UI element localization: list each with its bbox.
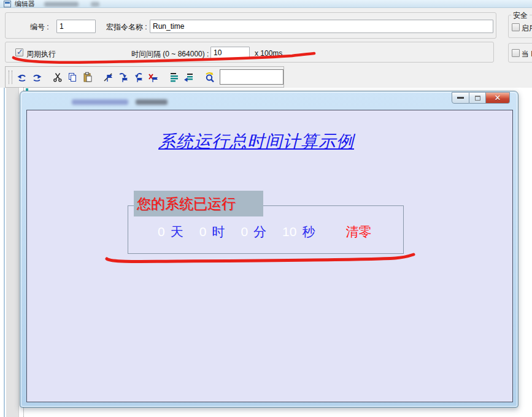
undo-icon[interactable]	[16, 71, 28, 83]
toolbar-gripper[interactable]	[9, 71, 10, 84]
minimize-icon	[457, 97, 464, 99]
maximize-button[interactable]	[469, 92, 486, 104]
number-input[interactable]	[56, 20, 96, 33]
enable-checkbox[interactable]	[512, 23, 520, 31]
interval-label: 时间间隔 (0 ~ 864000) :	[131, 49, 209, 59]
popup-window-controls: ✕	[452, 92, 510, 104]
window-titlebar: 编辑器	[0, 0, 532, 8]
macro-info-panel: 编号 : 宏指令名称 :	[5, 12, 496, 39]
outdent-icon[interactable]	[183, 71, 195, 83]
runtime-label: 您的系统已运行	[134, 191, 263, 216]
number-label: 编号 :	[30, 22, 49, 33]
security-group: 安全 启用	[508, 15, 532, 38]
next-bookmark-icon[interactable]	[117, 71, 129, 83]
seconds-value: 10	[282, 224, 296, 239]
window-edge	[4, 88, 5, 417]
when-checkbox[interactable]	[512, 49, 520, 57]
app-icon	[4, 1, 11, 7]
macro-name-label: 宏指令名称 :	[106, 22, 147, 33]
blurred-titlebar-text	[91, 2, 99, 7]
previous-bookmark-icon[interactable]	[132, 71, 144, 83]
blurred-titlebar-text	[44, 2, 79, 7]
preview-window: ✕ 系统运行总时间计算示例 0 天 0 时 0 分 10 秒 清零 您的系统已运…	[20, 91, 519, 408]
hours-unit: 时	[212, 223, 225, 240]
blurred-popup-title	[72, 99, 128, 105]
close-button[interactable]: ✕	[486, 92, 510, 104]
periodic-checkbox[interactable]	[15, 48, 23, 56]
close-icon: ✕	[495, 94, 501, 102]
period-panel: 周期执行 时间间隔 (0 ~ 864000) : x 100ms	[5, 42, 494, 63]
red-underline-annotation	[102, 253, 418, 269]
redo-icon[interactable]	[31, 71, 43, 83]
find-icon[interactable]	[203, 71, 215, 83]
demo-heading: 系统运行总时间计算示例	[13, 130, 499, 153]
editor-window: 编辑器 编号 : 宏指令名称 : 安全 启用 周期执行 时间间隔 (0 ~ 86…	[0, 0, 532, 417]
toolbar-gripper[interactable]	[12, 71, 13, 84]
when-label: 当 H	[522, 49, 532, 59]
macro-toolbar	[5, 66, 284, 88]
cut-icon[interactable]	[52, 71, 64, 83]
minutes-value: 0	[241, 224, 248, 239]
clear-button[interactable]: 清零	[345, 223, 371, 240]
days-unit: 天	[171, 223, 183, 240]
runtime-counter: 0 天 0 时 0 分 10 秒 清零	[158, 223, 371, 240]
hours-value: 0	[199, 224, 207, 239]
periodic-label: 周期执行	[26, 49, 56, 59]
interval-unit-label: x 100ms	[255, 49, 282, 58]
copy-icon[interactable]	[66, 71, 79, 83]
blurred-popup-title	[136, 99, 168, 105]
preview-canvas: 系统运行总时间计算示例 0 天 0 时 0 分 10 秒 清零 您的系统已运行	[26, 110, 513, 402]
seconds-unit: 秒	[302, 223, 315, 240]
enable-label: 启用	[522, 23, 532, 34]
minimize-button[interactable]	[452, 92, 469, 104]
days-value: 0	[158, 224, 165, 239]
toggle-bookmark-icon[interactable]	[102, 71, 114, 83]
interval-input[interactable]	[210, 47, 250, 59]
indent-icon[interactable]	[168, 71, 180, 83]
clear-bookmarks-icon[interactable]	[147, 71, 160, 83]
macro-name-input[interactable]	[150, 20, 493, 33]
when-group: 当 H	[508, 43, 532, 63]
find-input[interactable]	[220, 69, 283, 85]
paste-icon[interactable]	[82, 71, 94, 83]
minutes-unit: 分	[253, 223, 266, 240]
window-title: 编辑器	[15, 0, 35, 8]
maximize-icon	[475, 96, 480, 101]
security-group-label: 安全	[511, 10, 530, 21]
